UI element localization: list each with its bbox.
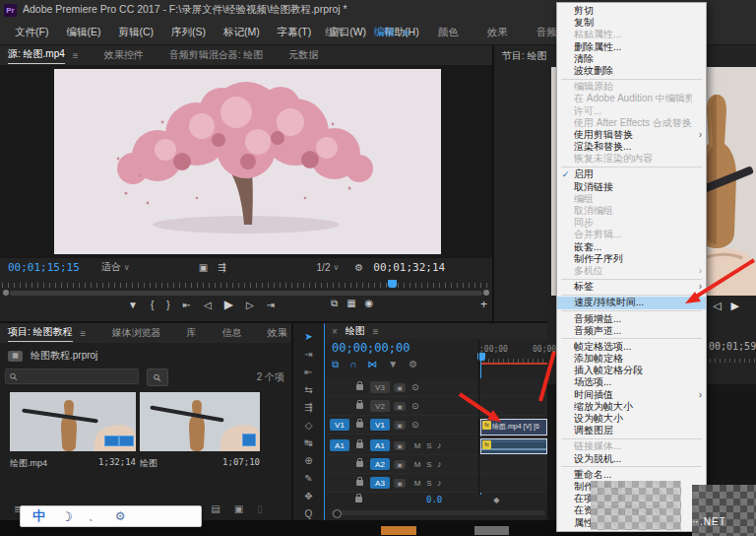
project-clip-card[interactable]: 绘图.mp4 1;32;14 [10,392,136,470]
search-bin-button[interactable]: ⚲ [147,368,168,386]
panel-tab[interactable]: 效果控件 [104,48,144,62]
new-bin-icon[interactable]: ▤ [211,503,220,514]
master-level-value[interactable]: 0.0 [426,495,442,504]
eye-icon[interactable]: ⊙ [411,401,419,411]
menubar-item[interactable]: 文件(F) [6,26,57,39]
mark-in-button[interactable]: { [151,300,154,310]
timeline-hscrollbar[interactable] [331,510,545,515]
source-time-ruler[interactable] [2,278,490,288]
context-menu-item[interactable]: 编组 [557,193,706,205]
source-patch-V1[interactable]: V1 [330,419,349,431]
context-menu-item[interactable]: 清除 [557,53,706,65]
context-menu-item[interactable]: 多机位› [557,265,706,277]
wrench-settings-icon[interactable]: ⚙ [354,262,363,273]
context-menu-item[interactable]: 插入帧定格分段 [557,365,706,376]
export-frame-button[interactable]: ◉ [365,298,374,309]
context-menu-item[interactable]: 波纹删除 [557,65,706,77]
insert-button[interactable]: ⧉ [331,298,338,309]
menubar-item[interactable]: 编辑(E) [57,26,109,39]
zoom-handle-left[interactable] [3,290,9,296]
trash-icon[interactable]: ▯ [257,503,263,514]
workspace-tab[interactable]: 音频 [536,26,557,39]
context-menu-item[interactable]: 渲染和替换... [557,141,706,153]
panel-menu-icon[interactable]: ≡ [373,326,379,337]
context-menu-item[interactable]: 场选项... [557,376,706,388]
voiceover-mic-icon[interactable]: ♪ [437,440,442,450]
lock-icon[interactable] [356,461,363,467]
workspace-tab[interactable]: 效果 [487,26,508,39]
play-button[interactable]: ▶ [730,300,738,312]
context-menu-item[interactable]: 缩放为帧大小 [557,401,706,413]
panel-menu-icon[interactable]: ≡ [81,328,87,339]
context-menu-item[interactable]: 调整图层 [557,425,706,436]
eye-icon[interactable]: ⊙ [411,420,419,430]
step-back-button[interactable]: ◁ [713,300,721,312]
context-menu-item[interactable]: 许可... [557,105,706,117]
source-patch-V2[interactable] [330,400,349,412]
timeline-hscroll-knob[interactable] [333,509,342,518]
source-scrollbar[interactable] [10,291,482,296]
zoom-tool[interactable]: Q [305,508,313,519]
timeline-ruler[interactable] [478,355,547,363]
context-menu-item[interactable]: 音频声道... [557,325,706,337]
context-menu-item[interactable]: 使用 After Effects 合成替换 [557,117,706,129]
add-marker-button[interactable]: ▼ [128,300,138,310]
hand-tool[interactable]: ✥ [304,491,312,502]
panel-tab[interactable]: 媒体浏览器 [111,326,160,340]
lock-icon[interactable] [355,497,362,502]
context-menu-item[interactable]: ✓启用 [557,168,706,180]
close-icon[interactable]: × [332,326,338,337]
context-menu-item[interactable]: 重命名... [557,469,706,481]
nest-toggle-icon[interactable]: ⧉ [332,359,339,370]
context-menu-item[interactable]: 同步 [557,217,706,229]
track-target-A2[interactable]: A2 [370,458,390,470]
voiceover-mic-icon[interactable]: ♪ [437,478,442,488]
solo-button[interactable]: S [423,460,435,469]
context-menu-item[interactable]: 添加帧定格 [557,353,706,365]
ime-language-toggle[interactable]: 中 [32,507,45,525]
solo-button[interactable]: S [423,441,435,450]
voiceover-mic-icon[interactable]: ♪ [437,459,442,469]
source-patch-A3[interactable] [330,477,349,489]
slip-tool[interactable]: ↹ [304,437,312,448]
razor-tool[interactable]: ◇ [305,420,313,431]
settings-button-icon[interactable]: ▣ [199,262,208,273]
ime-punctuation-icon[interactable]: 、 [89,509,99,524]
project-clip-card[interactable]: 绘图 1;07;10 [140,392,260,470]
workspace-tab[interactable]: 组件 [325,26,346,39]
sync-lock-icon[interactable]: ▣ [394,421,406,430]
track-target-V1[interactable]: V1 [370,419,390,431]
workspace-menu-icon[interactable]: ≡ [404,28,410,38]
menubar-item[interactable]: 序列(S) [162,26,215,39]
track-target-A3[interactable]: A3 [370,477,390,489]
timeline-tab[interactable]: 绘图 [346,324,365,338]
source-patch-A1[interactable]: A1 [330,439,349,451]
track-target-V2[interactable]: V2 [370,400,390,412]
context-menu-item[interactable]: 删除属性... [557,41,706,53]
context-menu-item[interactable]: 时间插值› [557,389,706,401]
slide-tool[interactable]: ⊕ [304,455,312,466]
mute-button[interactable]: M [411,460,423,469]
context-menu-item[interactable]: 取消编组 [557,205,706,217]
source-patch-V3[interactable] [330,381,349,393]
context-menu-item[interactable]: 设为帧大小 [557,413,706,425]
rate-stretch-tool[interactable]: ⇶ [304,402,312,413]
program-time-ruler[interactable] [705,355,756,363]
context-menu-item[interactable]: 编辑原始 [557,81,706,93]
lock-icon[interactable] [356,422,363,428]
mute-button[interactable]: M [411,441,423,450]
sync-lock-icon[interactable]: ▣ [394,441,406,450]
source-playhead[interactable] [388,280,397,288]
sync-lock-icon[interactable]: ▣ [394,402,406,411]
pen-tool[interactable]: ✎ [304,473,312,484]
go-to-in-button[interactable]: ⇤ [183,300,191,310]
lock-icon[interactable] [356,384,363,390]
menubar-item[interactable]: 字幕(T) [269,26,320,39]
mute-button[interactable]: M [411,479,423,488]
panel-tab[interactable]: 库 [186,326,196,340]
timeline-audio-clip[interactable]: fx [480,438,547,454]
search-input[interactable]: ⚲ [5,368,139,384]
playback-resolution-select[interactable]: 1/2 [317,262,331,273]
context-menu-item[interactable]: 复制 [557,17,706,29]
track-target-A1[interactable]: A1 [370,439,390,451]
